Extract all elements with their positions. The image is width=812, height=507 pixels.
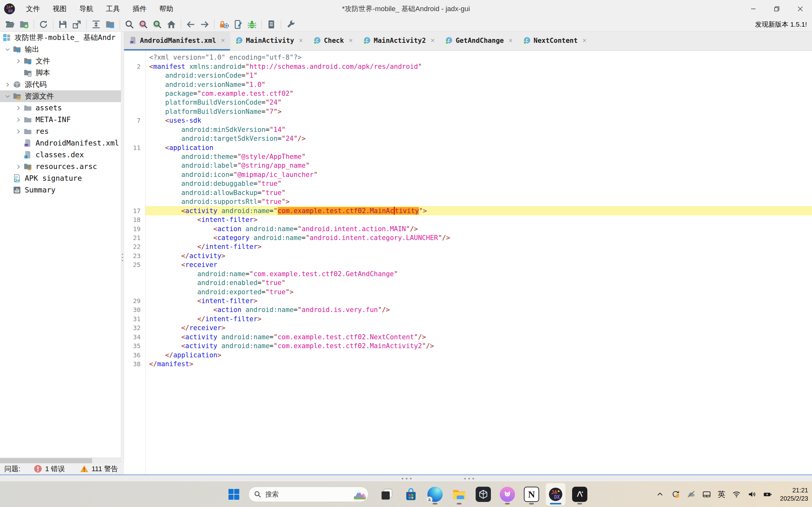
taskbar-app-edge[interactable] — [425, 483, 445, 505]
tab-GetAndChange[interactable]: CGetAndChange× — [440, 32, 518, 50]
tray-volume-icon[interactable] — [748, 490, 757, 499]
toolbar-device-button[interactable] — [232, 19, 244, 30]
chevron-down-icon[interactable] — [3, 44, 13, 55]
code-line[interactable]: <?xml version="1.0" encoding="utf-8"?> — [124, 53, 812, 62]
code-line[interactable]: android:versionName="1.0" — [124, 80, 812, 89]
toolbar-save-button[interactable] — [56, 19, 69, 30]
drag-handle[interactable] — [402, 478, 412, 480]
taskbar-app-cube-app[interactable] — [473, 483, 493, 505]
taskbar-app-store[interactable] — [401, 483, 421, 505]
chevron-down-icon[interactable] — [3, 91, 13, 102]
tab-close-icon[interactable]: × — [509, 37, 513, 45]
tree-item-APK-signature[interactable]: APK signature — [0, 172, 121, 184]
code-line[interactable]: 38</manifest> — [124, 359, 812, 369]
toolbar-open-folder-button[interactable] — [4, 19, 16, 30]
code-line[interactable]: android:exported="true"> — [124, 287, 812, 296]
taskbar-app-explorer[interactable] — [449, 483, 469, 505]
panel-splitter[interactable] — [121, 32, 124, 474]
tree-item-assets[interactable]: assets — [0, 102, 121, 114]
code-line[interactable]: 29 <intent-filter> — [124, 296, 812, 305]
chevron-right-icon[interactable] — [13, 162, 23, 172]
error-count[interactable]: 1 错误 — [45, 464, 65, 474]
code-line[interactable]: 31 </intent-filter> — [124, 315, 812, 324]
code-line[interactable]: 36 </application> — [124, 350, 812, 359]
menu-5[interactable]: 插件 — [126, 0, 153, 17]
tray-wifi-icon[interactable] — [732, 490, 741, 499]
tree-item-AndroidManifest.xml[interactable]: MFAndroidManifest.xml — [0, 137, 121, 149]
chevron-right-icon[interactable] — [13, 126, 23, 137]
code-editor[interactable]: <?xml version="1.0" encoding="utf-8"?>2<… — [124, 51, 812, 474]
warning-count[interactable]: 111 警告 — [91, 464, 118, 474]
code-line[interactable]: 25 <receiver — [124, 260, 812, 269]
code-line[interactable]: platformBuildVersionName="7"> — [124, 107, 812, 116]
tree-item-攻防世界-mobile_-基础Andr[interactable]: 攻防世界-mobile_ 基础Andr — [0, 32, 121, 44]
taskbar-app-cat-app[interactable] — [498, 483, 517, 505]
code-line[interactable]: 30 <action android:name="android.is.very… — [124, 305, 812, 314]
toolbar-log-viewer-button[interactable] — [265, 19, 277, 30]
tree-item-资源文件[interactable]: 资源文件 — [0, 90, 121, 102]
search-highlight-image[interactable] — [353, 488, 366, 501]
toolbar-deobfuscation-button[interactable] — [218, 19, 231, 30]
menu-3[interactable]: 导航 — [73, 0, 100, 17]
code-line[interactable]: 35 <activity android:name="com.example.t… — [124, 341, 812, 350]
taskbar-app-notion[interactable]: N — [522, 483, 541, 505]
chevron-right-icon[interactable] — [13, 115, 23, 125]
code-line[interactable]: android:versionCode="1" — [124, 71, 812, 80]
drag-handle[interactable] — [464, 478, 474, 480]
minimize-button[interactable] — [742, 0, 765, 17]
toolbar-back-button[interactable] — [184, 19, 197, 30]
code-line-current[interactable]: 17 <activity android:name="com.example.t… — [124, 206, 812, 215]
tray-sync-icon[interactable] — [671, 490, 680, 499]
update-notice-link[interactable]: 发现新版本 1.5.1! — [755, 20, 807, 29]
toolbar-text-search-button[interactable] — [137, 19, 150, 30]
menu-1[interactable]: 文件 — [20, 0, 46, 17]
toolbar-home-button[interactable] — [165, 19, 178, 30]
code-line[interactable]: 21 <category android:name="android.inten… — [124, 233, 812, 242]
tray-touchpad-icon[interactable] — [702, 490, 711, 499]
code-line[interactable]: android:label="@string/app_name" — [124, 161, 812, 170]
code-line[interactable]: android:icon="@mipmap/ic_launcher" — [124, 170, 812, 179]
taskbar-app-jadx[interactable]: JADX — [546, 483, 565, 505]
code-line[interactable]: platformBuildVersionCode="24" — [124, 98, 812, 107]
toolbar-flat-packages-button[interactable] — [104, 19, 116, 30]
tab-close-icon[interactable]: × — [349, 37, 353, 45]
toolbar-debug-button[interactable] — [246, 19, 258, 30]
code-line[interactable]: 19 <action android:name="android.intent.… — [124, 224, 812, 233]
tray-battery-icon[interactable] — [763, 490, 772, 499]
code-line[interactable]: android:debuggable="true" — [124, 179, 812, 188]
tray-clock[interactable]: 21:212025/2/23 — [780, 486, 808, 503]
tree-horizontal-scrollbar[interactable] — [0, 457, 121, 463]
code-line[interactable]: android:enabled="true" — [124, 278, 812, 287]
tree-item-res[interactable]: res — [0, 125, 121, 137]
tree-item-META-INF[interactable]: META-INF — [0, 114, 121, 125]
toolbar-forward-button[interactable] — [198, 19, 211, 30]
code-line[interactable]: 11 <application — [124, 143, 812, 152]
code-line[interactable]: android:theme="@style/AppTheme" — [124, 152, 812, 161]
toolbar-export-button[interactable] — [70, 19, 83, 30]
menu-6[interactable]: 帮助 — [153, 0, 180, 17]
toolbar-search-button[interactable] — [123, 19, 136, 30]
menu-4[interactable]: 工具 — [100, 0, 126, 17]
tab-NextContent[interactable]: CNextContent× — [518, 32, 592, 50]
tree-item-脚本[interactable]: 脚本 — [0, 67, 121, 79]
code-line[interactable]: 32 </receiver> — [124, 324, 812, 332]
chevron-right-icon[interactable] — [13, 103, 23, 113]
tray-ime-indicator[interactable]: 英 — [718, 489, 725, 499]
tab-close-icon[interactable]: × — [582, 37, 587, 45]
scrollbar-thumb[interactable] — [0, 458, 92, 463]
restore-button[interactable] — [765, 0, 789, 17]
tree-item-classes.dex[interactable]: Jclasses.dex — [0, 149, 121, 161]
tree-item-源代码[interactable]: 源代码 — [0, 79, 121, 90]
code-line[interactable]: 22 </intent-filter> — [124, 242, 812, 251]
tree-item-输出[interactable]: 输出 — [0, 44, 121, 55]
taskbar-search-input[interactable]: 搜索 — [248, 487, 368, 502]
chevron-right-icon[interactable] — [3, 79, 13, 90]
code-line[interactable]: android:allowBackup="true" — [124, 188, 812, 197]
taskbar-app-task-view[interactable] — [377, 483, 397, 505]
code-line[interactable]: 23 </activity> — [124, 251, 812, 260]
close-button[interactable] — [789, 0, 812, 17]
code-line[interactable]: 2<manifest xmlns:android="http://schemas… — [124, 62, 812, 71]
toolbar-preferences-button[interactable] — [284, 19, 297, 30]
toolbar-add-files-button[interactable] — [18, 19, 31, 30]
tab-close-icon[interactable]: × — [221, 37, 225, 45]
